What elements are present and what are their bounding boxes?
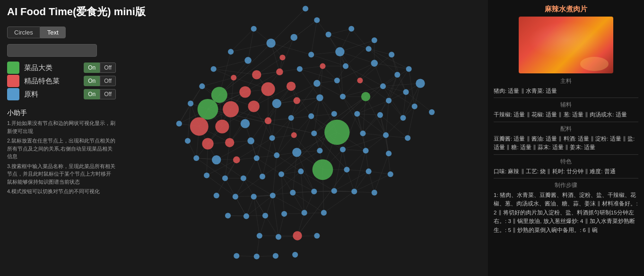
graph-node[interactable] [188, 101, 193, 107]
graph-node[interactable] [406, 66, 412, 72]
graph-node[interactable] [313, 80, 321, 87]
graph-area[interactable] [123, 0, 488, 276]
graph-node[interactable] [215, 120, 229, 134]
graph-node[interactable] [252, 70, 261, 79]
graph-node[interactable] [331, 111, 337, 116]
graph-node[interactable] [222, 175, 228, 181]
graph-node[interactable] [297, 66, 303, 72]
graph-node[interactable] [193, 155, 199, 161]
graph-node[interactable] [314, 17, 320, 23]
graph-node[interactable] [241, 119, 250, 128]
graph-node[interactable] [288, 115, 294, 121]
graph-node[interactable] [361, 92, 370, 101]
graph-node[interactable] [270, 193, 276, 198]
graph-node[interactable] [276, 234, 281, 240]
graph-node[interactable] [372, 37, 377, 43]
graph-node[interactable] [260, 174, 265, 179]
special-off-button[interactable]: Off [100, 76, 116, 86]
graph-node[interactable] [214, 193, 219, 198]
graph-node[interactable] [290, 34, 297, 41]
graph-node[interactable] [388, 171, 393, 177]
graph-node[interactable] [324, 120, 349, 145]
text-button[interactable]: Text [40, 27, 66, 38]
graph-node[interactable] [279, 54, 285, 60]
graph-node[interactable] [344, 167, 349, 172]
graph-node[interactable] [287, 81, 296, 90]
graph-node[interactable] [354, 111, 360, 116]
graph-node[interactable] [248, 101, 260, 112]
search-input[interactable] [7, 44, 97, 57]
graph-node[interactable] [372, 190, 377, 196]
graph-node[interactable] [357, 78, 363, 83]
graph-node[interactable] [348, 26, 354, 32]
graph-node[interactable] [320, 63, 325, 69]
graph-node[interactable] [211, 66, 217, 72]
graph-node[interactable] [360, 131, 366, 136]
graph-node[interactable] [340, 94, 346, 99]
ingredient-off-button[interactable]: Off [100, 89, 116, 99]
graph-node[interactable] [199, 83, 205, 89]
graph-node[interactable] [223, 101, 239, 117]
graph-node[interactable] [429, 109, 435, 115]
graph-node[interactable] [225, 213, 231, 218]
graph-node[interactable] [274, 152, 279, 158]
graph-node[interactable] [190, 117, 209, 136]
graph-node[interactable] [317, 148, 322, 153]
category-off-button[interactable]: Off [100, 62, 116, 73]
graph-node[interactable] [380, 83, 386, 89]
graph-node[interactable] [262, 213, 268, 218]
graph-node[interactable] [293, 97, 300, 104]
graph-node[interactable] [383, 132, 389, 138]
graph-node[interactable] [363, 148, 368, 153]
graph-node[interactable] [311, 188, 317, 194]
graph-node[interactable] [228, 49, 234, 54]
graph-node[interactable] [331, 188, 337, 194]
graph-node[interactable] [308, 113, 314, 119]
graph-node[interactable] [377, 112, 383, 118]
graph-node[interactable] [292, 148, 301, 157]
graph-node[interactable] [212, 155, 221, 164]
graph-node[interactable] [276, 69, 283, 76]
special-on-button[interactable]: On [84, 76, 100, 86]
graph-node[interactable] [185, 138, 191, 144]
graph-node[interactable] [403, 89, 409, 95]
graph-node[interactable] [251, 194, 257, 199]
graph-node[interactable] [239, 86, 251, 98]
graph-node[interactable] [292, 252, 298, 258]
graph-node[interactable] [202, 138, 213, 150]
category-on-button[interactable]: On [84, 62, 100, 73]
graph-node[interactable] [343, 63, 348, 69]
graph-node[interactable] [254, 254, 260, 259]
graph-node[interactable] [265, 117, 272, 125]
graph-node[interactable] [241, 175, 246, 181]
circles-button[interactable]: Circles [7, 27, 40, 38]
graph-node[interactable] [351, 188, 357, 194]
graph-node[interactable] [405, 135, 410, 141]
graph-node[interactable] [366, 46, 372, 52]
graph-node[interactable] [244, 57, 252, 64]
graph-node[interactable] [176, 121, 182, 126]
graph-node[interactable] [321, 210, 327, 215]
graph-node[interactable] [308, 52, 314, 57]
graph-node[interactable] [301, 210, 307, 215]
graph-node[interactable] [389, 52, 394, 57]
graph-node[interactable] [416, 79, 425, 88]
graph-node[interactable] [314, 233, 320, 239]
graph-node[interactable] [386, 98, 392, 103]
graph-node[interactable] [334, 78, 340, 83]
graph-node[interactable] [316, 94, 323, 101]
graph-node[interactable] [261, 82, 275, 96]
graph-node[interactable] [303, 6, 308, 11]
graph-node[interactable] [257, 233, 262, 239]
graph-node[interactable] [326, 32, 331, 37]
graph-node[interactable] [244, 214, 249, 219]
graph-node[interactable] [412, 104, 418, 109]
graph-node[interactable] [231, 75, 236, 80]
graph-node[interactable] [211, 87, 227, 103]
graph-node[interactable] [291, 132, 297, 138]
graph-node[interactable] [394, 72, 400, 78]
graph-node[interactable] [266, 38, 275, 47]
graph-node[interactable] [340, 147, 346, 152]
graph-node[interactable] [251, 26, 257, 32]
graph-node[interactable] [269, 135, 275, 141]
